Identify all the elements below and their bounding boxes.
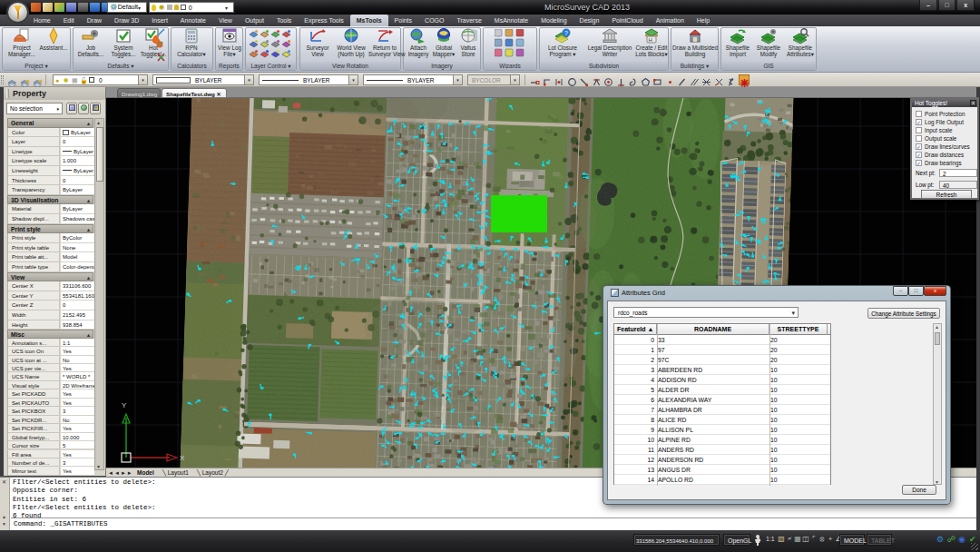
svg-text:?: ? bbox=[564, 30, 568, 36]
svg-text:X: X bbox=[180, 454, 185, 462]
svg-text:H: H bbox=[649, 37, 652, 43]
svg-text:Y: Y bbox=[122, 401, 127, 409]
